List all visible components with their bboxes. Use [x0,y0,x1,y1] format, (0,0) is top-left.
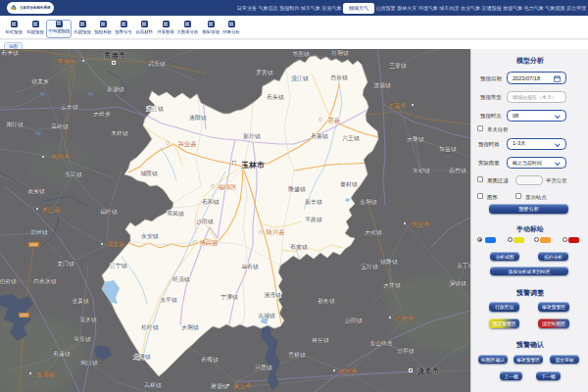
svg-text:旧州镇: 旧州镇 [30,228,48,236]
svg-text:石寨镇: 石寨镇 [310,132,328,140]
svg-text:白石水镇: 白石水镇 [33,277,56,285]
svg-text:灵山县: 灵山县 [41,206,60,213]
svg-text:官桥镇: 官桥镇 [288,352,306,358]
svg-text:G209: G209 [21,314,28,318]
svg-text:合浦县: 合浦县 [35,370,54,378]
svg-text:岑溪市: 岑溪市 [387,102,406,110]
svg-text:浪江镇: 浪江镇 [291,75,309,82]
svg-text:云表镇: 云表镇 [61,104,78,110]
svg-text:木梓镇: 木梓镇 [110,130,128,136]
svg-text:伯劳镇: 伯劳镇 [0,278,17,285]
svg-text:龙潭镇: 龙潭镇 [133,353,151,361]
svg-text:宁潭镇: 宁潭镇 [220,293,238,301]
svg-text:永安镇: 永安镇 [140,233,159,239]
svg-text:龙门镇: 龙门镇 [57,260,74,267]
svg-text:大岭乡: 大岭乡 [93,111,111,117]
svg-text:博白县: 博白县 [199,239,218,246]
svg-text:石和镇: 石和镇 [201,198,220,206]
svg-text:闸口镇: 闸口镇 [80,360,98,367]
svg-text:新丰镇: 新丰镇 [305,199,322,205]
svg-text:新圩镇: 新圩镇 [243,133,261,139]
svg-text:浦北县: 浦北县 [106,240,124,248]
svg-text:湛江镇: 湛江镇 [146,106,164,113]
svg-text:隆盛镇: 隆盛镇 [288,185,306,193]
svg-text:G209: G209 [30,243,38,247]
svg-text:大井镇: 大井镇 [383,282,401,288]
svg-text:分界镇: 分界镇 [397,348,415,354]
svg-text:雅塘镇: 雅塘镇 [210,383,228,390]
svg-text:沙田镇: 沙田镇 [345,318,363,324]
svg-text:乐民镇: 乐民镇 [65,172,82,177]
svg-text:镇龙乡: 镇龙乡 [31,78,49,84]
svg-text:黎村镇: 黎村镇 [340,181,358,188]
svg-text:信宜市: 信宜市 [411,220,429,228]
svg-text:常乐镇: 常乐镇 [74,336,91,342]
svg-text:横州市: 横州市 [51,153,70,160]
svg-text:石头镇: 石头镇 [266,93,284,101]
svg-text:双凤镇: 双凤镇 [167,210,184,217]
svg-text:覃塘区: 覃塘区 [57,58,76,66]
svg-text:石卡镇: 石卡镇 [0,49,19,57]
svg-text:高州市: 高州市 [395,315,414,321]
svg-text:平政镇: 平政镇 [305,216,322,222]
svg-text:陆川县: 陆川县 [266,228,284,235]
svg-text:石窝镇: 石窝镇 [289,243,308,251]
svg-text:石颈镇: 石颈镇 [200,356,219,364]
svg-text:玉林市: 玉林市 [240,161,265,170]
svg-text:容县: 容县 [328,117,341,124]
svg-text:廉江市: 廉江市 [232,382,251,390]
svg-text:武乐镇: 武乐镇 [148,61,166,67]
svg-text:古丁镇: 古丁镇 [457,263,470,270]
svg-text:松旺镇: 松旺镇 [141,324,159,330]
svg-text:罗秀镇: 罗秀镇 [256,69,273,76]
svg-text:三堡镇: 三堡镇 [389,62,407,69]
svg-text:旺茂镇: 旺茂镇 [172,276,190,282]
svg-text:大隆镇: 大隆镇 [407,135,424,142]
svg-text:金垌镇: 金垌镇 [360,198,377,206]
svg-text:古城镇: 古城镇 [258,313,275,319]
svg-text:石康镇: 石康镇 [52,350,71,358]
svg-text:大伦镇: 大伦镇 [365,229,382,236]
svg-text:高桥镇: 高桥镇 [144,382,162,388]
svg-text:化州市: 化州市 [338,368,357,375]
svg-text:洛阳镇: 洛阳镇 [189,115,207,122]
svg-text:寺面镇: 寺面镇 [292,50,310,58]
svg-text:南乡镇: 南乡镇 [27,188,45,194]
svg-text:泉水镇: 泉水镇 [79,317,97,322]
svg-text:自良镇: 自良镇 [330,74,348,81]
svg-text:六王镇: 六王镇 [342,134,360,141]
svg-text:朱砂镇: 朱砂镇 [412,168,430,173]
svg-text:深镇镇: 深镇镇 [449,280,466,287]
svg-text:兴业县: 兴业县 [177,140,196,148]
svg-text:宝圩镇: 宝圩镇 [361,264,378,270]
svg-text:周圩镇: 周圩镇 [6,122,24,127]
svg-text:沙田镇: 沙田镇 [196,219,214,225]
svg-text:茂名市: 茂名市 [416,367,440,375]
svg-text:福旺镇: 福旺镇 [100,209,118,216]
svg-text:乌石镇: 乌石镇 [241,263,259,270]
svg-text:张黄镇: 张黄镇 [72,298,89,305]
svg-text:城隍镇: 城隍镇 [140,170,158,176]
svg-text:江宁镇: 江宁镇 [110,263,127,270]
svg-text:河唇镇: 河唇镇 [255,364,272,371]
svg-text:福绵区: 福绵区 [218,183,237,191]
svg-text:加益镇: 加益镇 [439,146,457,153]
svg-text:东平镇: 东平镇 [160,296,177,303]
svg-text:镇隆镇: 镇隆镇 [380,258,398,265]
svg-text:大垌镇: 大垌镇 [181,323,199,331]
svg-text:金山街道: 金山街道 [369,340,392,347]
svg-text:马岭镇: 马岭镇 [51,123,69,129]
svg-text:新塘镇: 新塘镇 [107,86,124,93]
svg-text:社垌镇: 社垌镇 [331,49,349,57]
svg-text:波塘镇: 波塘镇 [373,82,391,89]
svg-text:林尘镇: 林尘镇 [311,337,329,343]
svg-text:贵港市: 贵港市 [103,51,126,60]
svg-text:清湾镇: 清湾镇 [264,292,281,299]
svg-text:那务镇: 那务镇 [318,297,335,305]
svg-text:筋竹镇: 筋竹镇 [449,168,466,173]
